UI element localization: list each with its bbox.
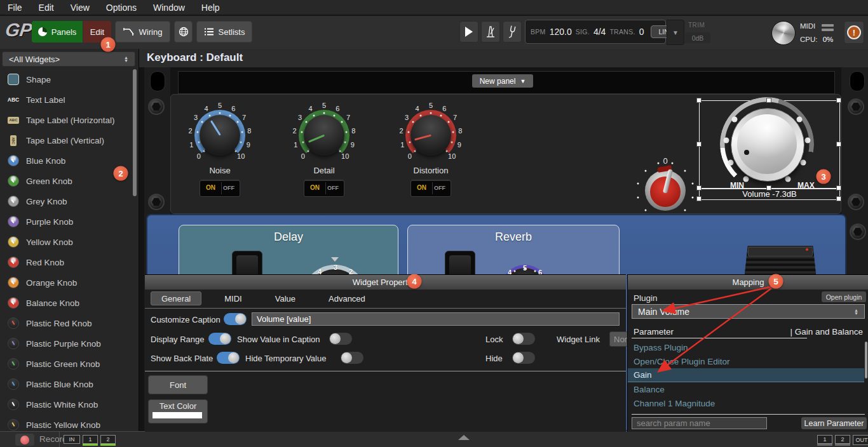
sidebar-item-balance-knob[interactable]: Balance Knob — [0, 293, 133, 313]
plugin-dropdown[interactable]: Main Volume ▲▼ — [632, 304, 865, 319]
sidebar-item-yellow-knob[interactable]: Yellow Knob — [0, 232, 133, 252]
parameter-item[interactable]: Gain — [628, 368, 864, 382]
sidebar-item-purple-knob[interactable]: Purple Knob — [0, 211, 133, 232]
sidebar-item-tape-label-horizontal-[interactable]: ABCTape Label (Horizontal) — [0, 110, 133, 130]
panic-button[interactable]: ! — [844, 21, 864, 44]
hide-toggle[interactable] — [512, 352, 535, 364]
parameter-item[interactable]: Channel 1 Magnitude — [628, 396, 864, 410]
selection-handle[interactable] — [696, 185, 702, 190]
font-button[interactable]: Font — [148, 375, 208, 394]
parameter-item[interactable]: Bypass Plugin — [628, 340, 864, 354]
selection-handle[interactable] — [696, 142, 702, 147]
parameter-item[interactable]: Open/Close Plugin Editor — [628, 354, 864, 368]
sidebar-item-blue-knob[interactable]: Blue Knob — [0, 150, 133, 171]
hide-temporary-value-label: Hide Temporary Value — [245, 354, 326, 363]
selection-handle[interactable] — [836, 196, 841, 201]
knob-scale-tick: 2 — [189, 127, 193, 135]
hide-temporary-value-toggle[interactable] — [341, 352, 363, 364]
widget-filter-dropdown[interactable]: <All Widgets> ▲▼ — [2, 51, 135, 67]
noise-onoff-switch[interactable]: ONOFF — [200, 180, 240, 197]
in-channel-1-meter — [83, 444, 98, 446]
volume-tick-dot — [724, 138, 729, 143]
menu-options[interactable]: Options — [106, 3, 137, 13]
selection-handle[interactable] — [836, 98, 841, 103]
recorder-button[interactable] — [15, 434, 34, 446]
menu-file[interactable]: File — [8, 3, 22, 13]
sidebar-item-plastic-white-knob[interactable]: Plastic White Knob — [0, 394, 133, 415]
sidebar-item-plastic-green-knob[interactable]: Plastic Green Knob — [0, 354, 133, 374]
tab-general[interactable]: General — [151, 291, 201, 305]
lock-label: Lock — [485, 335, 503, 344]
metronome-button[interactable] — [481, 21, 500, 43]
sidebar-item-orange-knob[interactable]: Orange Knob — [0, 272, 133, 293]
selection-handle[interactable] — [696, 196, 702, 201]
menu-help[interactable]: Help — [201, 3, 220, 13]
text-color-button[interactable]: Text Color — [148, 399, 208, 424]
tab-midi[interactable]: MIDI — [214, 291, 252, 305]
sidebar-item-plastic-blue-knob[interactable]: Plastic Blue Knob — [0, 374, 133, 394]
sidebar-item-plastic-red-knob[interactable]: Plastic Red Knob — [0, 313, 133, 333]
globe-button[interactable] — [174, 21, 193, 43]
selection-handle[interactable] — [836, 142, 841, 147]
mapping-header[interactable]: Mapping — [628, 275, 868, 290]
selection-handle[interactable] — [766, 185, 771, 190]
menu-view[interactable]: View — [71, 3, 90, 13]
balance-zero-label: 0 — [663, 156, 667, 166]
sidebar-item-shape[interactable]: Shape — [0, 69, 133, 90]
sidebar-item-grey-knob[interactable]: Grey Knob — [0, 191, 133, 211]
knob-scale-tick: 0 — [197, 152, 201, 160]
selection-handle[interactable] — [696, 98, 702, 103]
show-back-plate-label: Show Back Plate — [151, 354, 213, 363]
sidebar-item-red-knob[interactable]: Red Knob — [0, 252, 133, 272]
knob-scale-tick: 8 — [458, 127, 462, 135]
wiring-button[interactable]: Wiring — [115, 21, 170, 43]
switch-divider — [325, 182, 326, 194]
display-range-toggle[interactable] — [208, 333, 231, 345]
widget-properties-header[interactable]: Widget Properties — [145, 275, 626, 290]
transport-display[interactable]: BPM 120.0 SIG. 4/4 TRANS. 0 LINK — [525, 20, 666, 44]
knob-tick-dot — [430, 112, 432, 114]
setlists-button[interactable]: Setlists — [196, 21, 252, 43]
tab-value[interactable]: Value — [265, 291, 306, 305]
sidebar-item-label: Plastic Blue Knob — [26, 380, 93, 389]
detail-onoff-switch[interactable]: ONOFF — [304, 180, 344, 197]
customize-caption-toggle[interactable] — [224, 313, 247, 325]
new-panel-button[interactable]: New panel ▼ — [472, 74, 533, 88]
open-plugin-button[interactable]: Open plugin — [822, 291, 866, 302]
knob-tick-dot — [341, 121, 343, 123]
collapse-panel-arrow[interactable] — [458, 435, 470, 440]
panels-button[interactable]: Panels — [32, 21, 83, 43]
menu-window[interactable]: Window — [153, 3, 185, 13]
sidebar-item-plastic-purple-knob[interactable]: Plastic Purple Knob — [0, 333, 133, 354]
tuner-button[interactable] — [503, 21, 522, 43]
sidebar-item-text-label[interactable]: ABCText Label — [0, 90, 133, 110]
parameter-item[interactable]: Balance — [628, 382, 864, 396]
lock-toggle[interactable] — [512, 333, 535, 345]
show-back-plate-toggle[interactable] — [217, 352, 240, 364]
selection-handle[interactable] — [836, 185, 841, 190]
knob-scale-tick: 7 — [453, 114, 457, 121]
out-channel-2-meter — [835, 444, 850, 446]
sig-value[interactable]: 4/4 — [593, 27, 606, 37]
global-gain-knob[interactable] — [771, 21, 796, 45]
caption-input[interactable] — [252, 312, 620, 326]
play-button[interactable] — [459, 21, 478, 43]
bpm-value[interactable]: 120.0 — [550, 27, 572, 37]
trans-value[interactable]: 0 — [639, 27, 644, 37]
sidebar-item-plastic-yellow-knob[interactable]: Plastic Yellow Knob — [0, 415, 133, 431]
show-value-in-caption-toggle[interactable] — [329, 333, 352, 345]
plastic-icon — [8, 378, 19, 390]
sidebar-item-tape-label-vertical-[interactable]: ABCTape Label (Vertical) — [0, 130, 133, 150]
learn-parameter-button[interactable]: Learn Parameter — [801, 417, 867, 429]
transport-dropdown-button[interactable]: ▼ — [667, 20, 684, 45]
tab-advanced[interactable]: Advanced — [318, 291, 376, 305]
selection-handle[interactable] — [766, 98, 771, 103]
tape_v-icon: ABC — [8, 135, 19, 146]
sidebar-scrollbar[interactable] — [133, 69, 137, 196]
parameter-search-input[interactable] — [632, 417, 767, 429]
sidebar-item-label: Plastic Red Knob — [26, 319, 92, 328]
distortion-onoff-switch[interactable]: ONOFF — [410, 180, 451, 197]
knob-tick-dot — [345, 131, 347, 133]
menu-edit[interactable]: Edit — [39, 3, 54, 13]
parameter-list-scrollbar[interactable] — [865, 342, 867, 378]
